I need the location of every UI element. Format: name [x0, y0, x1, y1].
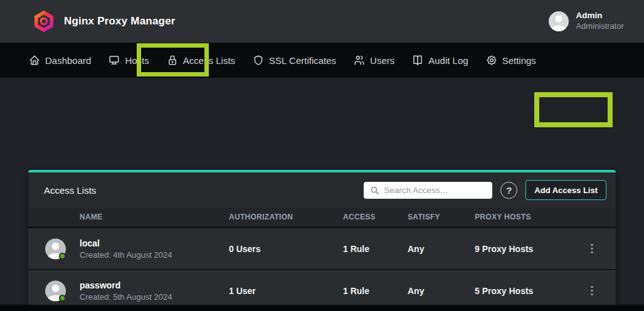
question-mark-icon: ?	[506, 185, 512, 196]
row-menu-button[interactable]	[584, 240, 599, 258]
satisfy-value: Any	[408, 244, 475, 254]
search-input[interactable]	[364, 182, 492, 199]
lock-icon	[167, 55, 178, 66]
nav-label: Dashboard	[45, 55, 91, 66]
nav-label: SSL Certificates	[269, 55, 336, 66]
app-header: Nginx Proxy Manager Admin Administrator	[0, 0, 644, 43]
access-list-name: password	[80, 280, 172, 291]
help-button[interactable]: ?	[500, 182, 517, 199]
nav-label: Users	[370, 55, 394, 66]
nav-label: Audit Log	[428, 55, 468, 66]
row-menu-button[interactable]	[584, 282, 599, 300]
shield-icon	[253, 55, 264, 66]
nav-item-audit-log[interactable]: Audit Log	[412, 55, 468, 66]
access-lists-card: Access Lists ? Add Access List NAME AUTH…	[28, 170, 616, 311]
access-value: 1 Rule	[343, 244, 408, 254]
content-area: Access Lists ? Add Access List NAME AUTH…	[0, 78, 644, 305]
table-row: local Created: 4th August 2024 0 Users 1…	[28, 228, 616, 270]
proxy-hosts-value: 9 Proxy Hosts	[475, 244, 581, 254]
add-access-list-button[interactable]: Add Access List	[525, 180, 606, 200]
status-online-dot	[59, 253, 66, 260]
nav-label: Settings	[502, 55, 536, 66]
nav-item-users[interactable]: Users	[354, 55, 394, 66]
column-header-authorization: AUTHORIZATION	[229, 213, 343, 221]
search-icon	[370, 186, 379, 195]
user-menu[interactable]: Admin Administrator	[549, 11, 624, 31]
card-header: Access Lists ? Add Access List	[28, 172, 616, 208]
users-icon	[354, 55, 365, 66]
user-name: Admin	[576, 11, 624, 21]
book-icon	[412, 55, 423, 66]
nav-label: Hosts	[125, 55, 149, 66]
table-header-row: NAME AUTHORIZATION ACCESS SATISFY PROXY …	[28, 208, 616, 228]
column-header-name: NAME	[28, 213, 229, 221]
access-list-name: local	[80, 238, 172, 249]
nav-item-access-lists[interactable]: Access Lists	[167, 55, 235, 66]
bottom-strip	[0, 305, 644, 311]
nav-label: Access Lists	[183, 55, 235, 66]
page-title: Access Lists	[44, 185, 96, 196]
app-title: Nginx Proxy Manager	[64, 15, 176, 28]
user-avatar	[549, 11, 569, 31]
nav-item-settings[interactable]: Settings	[486, 55, 536, 66]
app-logo-icon	[33, 9, 55, 33]
column-header-satisfy: SATISFY	[408, 213, 475, 221]
created-date: Created: 4th August 2024	[80, 250, 172, 260]
column-header-access: ACCESS	[343, 213, 408, 221]
authorization-value: 1 User	[229, 286, 343, 296]
user-role: Administrator	[576, 21, 624, 31]
status-online-dot	[59, 295, 66, 302]
nav-item-dashboard[interactable]: Dashboard	[29, 55, 91, 66]
proxy-hosts-value: 5 Proxy Hosts	[475, 286, 581, 296]
column-header-proxy-hosts: PROXY HOSTS	[475, 213, 581, 221]
created-date: Created: 5th August 2024	[80, 292, 172, 302]
satisfy-value: Any	[408, 286, 475, 296]
access-value: 1 Rule	[343, 286, 408, 296]
gear-icon	[486, 55, 497, 66]
home-icon	[29, 55, 40, 66]
authorization-value: 0 Users	[229, 244, 343, 254]
main-nav: Dashboard Hosts Access Lists SSL Certifi…	[0, 43, 644, 78]
nav-item-ssl-certificates[interactable]: SSL Certificates	[253, 55, 336, 66]
search-box	[364, 182, 492, 199]
nav-item-hosts[interactable]: Hosts	[108, 55, 149, 66]
monitor-icon	[108, 55, 120, 66]
